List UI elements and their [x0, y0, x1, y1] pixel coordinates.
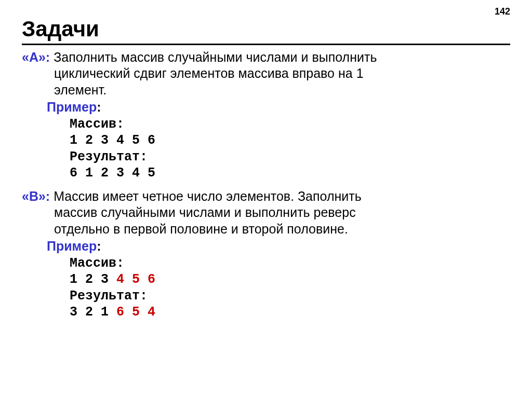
task-b-text-line3: отдельно в первой половине и второй поло…: [54, 221, 510, 237]
task-a-text-line2: циклический сдвиг элементов массива впра…: [54, 65, 510, 81]
task-a-text-line3: элемент.: [54, 82, 510, 98]
task-b-text-line1: Массив имеет четное число элементов. Зап…: [50, 189, 362, 203]
code-line: Массив:: [70, 255, 510, 271]
code-line: Массив:: [70, 116, 510, 132]
code-line: 1 2 3 4 5 6: [70, 132, 510, 148]
code-line: Результат:: [70, 149, 510, 165]
task-a: «A»: Заполнить массив случайными числами…: [22, 49, 510, 181]
code-line: 6 1 2 3 4 5: [70, 165, 510, 181]
task-b-text-line2: массив случайными числами и выполнить ре…: [54, 204, 510, 221]
task-a-text-line1: Заполнить массив случайными числами и вы…: [50, 50, 377, 64]
code-line: 1 2 3 4 5 6: [70, 271, 510, 287]
task-b-code: Массив: 1 2 3 4 5 6 Результат: 3 2 1 6 5…: [22, 255, 510, 320]
code-line: 3 2 1 6 5 4: [70, 304, 510, 320]
task-a-code: Массив: 1 2 3 4 5 6 Результат: 6 1 2 3 4…: [22, 116, 510, 181]
task-b-label: «B»:: [22, 189, 50, 203]
code-line: Результат:: [70, 288, 510, 304]
task-b-example-label: Пример:: [22, 238, 510, 254]
content: «A»: Заполнить массив случайными числами…: [22, 49, 510, 320]
page-number: 142: [495, 6, 510, 17]
task-b: «B»: Массив имеет четное число элементов…: [22, 188, 510, 320]
task-a-example-label: Пример:: [22, 99, 510, 115]
page-title: Задачи: [22, 17, 510, 45]
task-a-label: «A»:: [22, 50, 50, 64]
